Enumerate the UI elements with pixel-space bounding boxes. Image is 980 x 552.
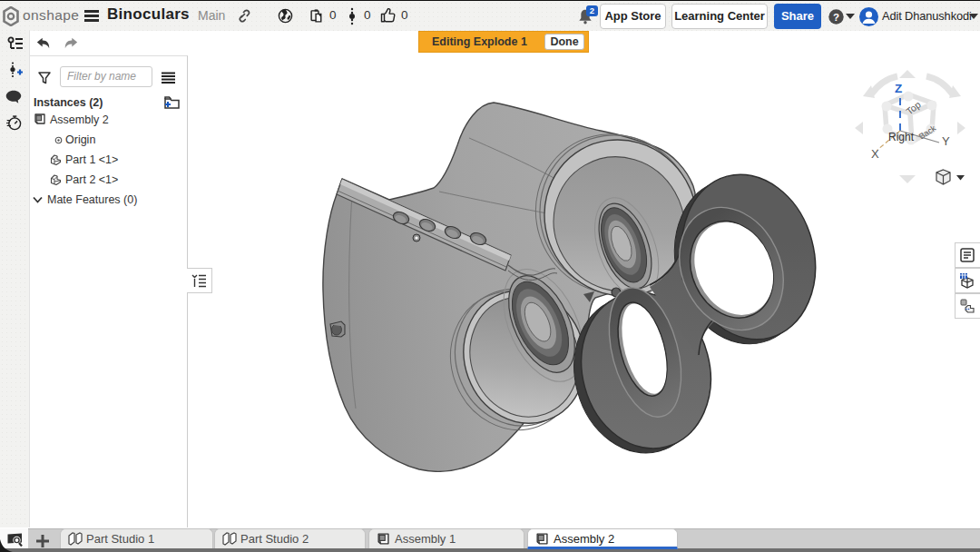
svg-text:Right: Right (888, 131, 915, 143)
svg-text:Y: Y (942, 134, 950, 148)
svg-text:X: X (871, 147, 879, 161)
svg-text:Z: Z (895, 82, 902, 95)
svg-text:?: ? (833, 12, 839, 23)
